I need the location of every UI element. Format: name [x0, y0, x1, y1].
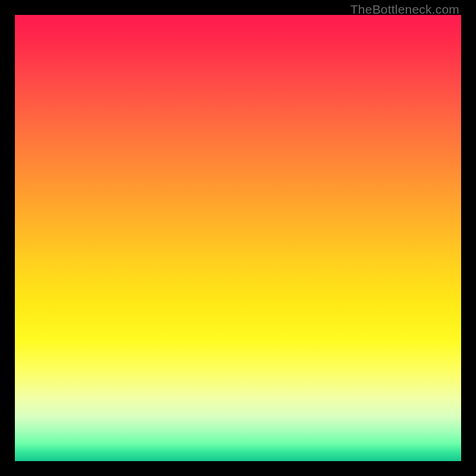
chart-frame: TheBottleneck.com: [0, 0, 476, 476]
gradient-background: [15, 15, 461, 461]
plot-area: [15, 15, 461, 461]
